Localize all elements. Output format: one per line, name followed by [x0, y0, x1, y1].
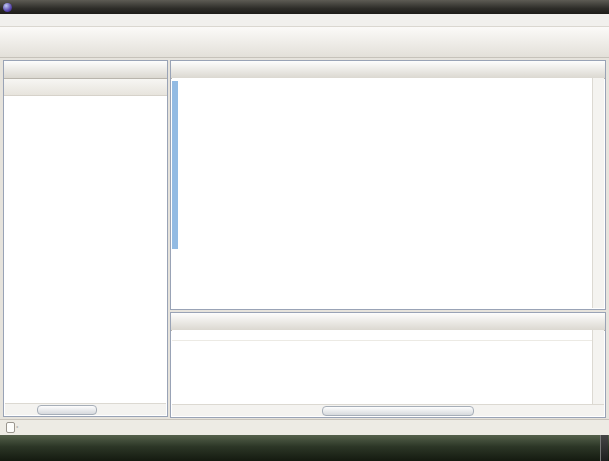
editor-area — [170, 60, 606, 310]
view-controls — [580, 315, 603, 326]
toolbar-row-2 — [0, 43, 609, 59]
project-tree — [5, 96, 166, 404]
scroll-thumb[interactable] — [322, 406, 474, 416]
maximize-view-button[interactable] — [592, 63, 603, 74]
windows-taskbar — [0, 435, 609, 461]
minimize-view-button[interactable] — [142, 63, 153, 74]
eclipse-logo-icon — [3, 3, 12, 12]
title-bar — [0, 0, 609, 14]
horizontal-scrollbar[interactable] — [5, 403, 166, 415]
editor-vertical-scrollbar[interactable] — [592, 78, 604, 308]
horizontal-scrollbar[interactable] — [172, 404, 604, 416]
minimize-view-button[interactable] — [580, 315, 591, 326]
toolbar-row-1 — [0, 27, 609, 43]
maximize-view-button[interactable] — [154, 63, 165, 74]
console-view — [170, 312, 606, 418]
view-controls — [580, 63, 603, 74]
package-explorer-toolbar — [4, 79, 167, 96]
view-controls — [142, 63, 165, 74]
editor-tab-bar — [171, 61, 605, 79]
system-tray — [584, 435, 609, 461]
console-output[interactable] — [172, 341, 592, 405]
show-desktop-button[interactable] — [600, 435, 608, 461]
scroll-thumb[interactable] — [37, 405, 97, 415]
console-vertical-scrollbar[interactable] — [592, 330, 604, 405]
code-editor[interactable] — [172, 78, 592, 308]
maximize-view-button[interactable] — [592, 315, 603, 326]
status-bar: ° — [0, 419, 609, 435]
status-trim-dot: ° — [16, 425, 18, 431]
menu-bar — [0, 14, 609, 27]
quick-diff-bar — [172, 81, 178, 249]
console-tab-bar — [171, 313, 605, 331]
main-toolbar — [0, 27, 609, 58]
minimize-view-button[interactable] — [580, 63, 591, 74]
console-process-label — [172, 330, 592, 341]
status-trim-icon — [6, 422, 15, 433]
package-explorer-header — [4, 61, 167, 79]
package-explorer-view — [3, 60, 168, 417]
